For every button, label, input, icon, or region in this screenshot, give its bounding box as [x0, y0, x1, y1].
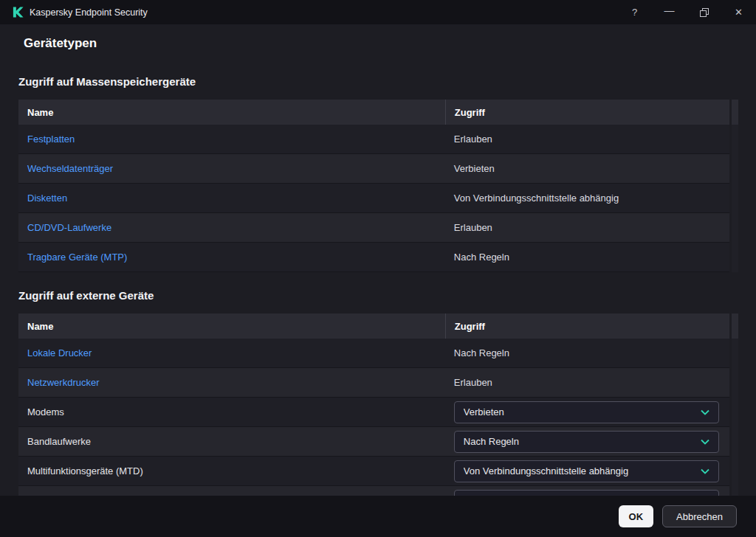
footer-bar: OK Abbrechen	[0, 496, 756, 537]
chevron-down-icon	[701, 409, 709, 415]
table-row: Lokale Drucker Nach Regeln	[18, 339, 729, 368]
access-value: Erlauben	[445, 377, 729, 388]
cancel-button[interactable]: Abbrechen	[662, 505, 737, 527]
section-heading-mass-storage: Zugriff auf Massenspeichergeräte	[18, 75, 738, 89]
column-header-access: Zugriff	[445, 100, 729, 125]
device-type-link[interactable]: Tragbare Geräte (MTP)	[27, 252, 127, 263]
chevron-down-icon	[701, 439, 709, 445]
chevron-down-icon	[701, 468, 709, 474]
device-type-link[interactable]: Disketten	[27, 193, 67, 204]
device-type-label: Bandlaufwerke	[27, 436, 91, 447]
section-heading-external-devices: Zugriff auf externe Geräte	[18, 289, 738, 302]
minimize-icon[interactable]: —	[652, 0, 687, 24]
access-dropdown[interactable]: Verbieten	[454, 401, 719, 423]
table-row: Tragbare Geräte (MTP) Nach Regeln	[18, 243, 729, 272]
scrollbar-track[interactable]	[732, 100, 738, 272]
device-type-link[interactable]: Lokale Drucker	[27, 347, 92, 358]
table-row: Multifunktionsgeräte (MTD) Von Verbindun…	[18, 457, 729, 486]
column-header-name: Name	[18, 100, 445, 125]
scrollbar-track[interactable]	[732, 313, 738, 516]
table-row: Modems Verbieten	[18, 398, 729, 427]
ok-button[interactable]: OK	[619, 505, 654, 527]
table-row: Disketten Von Verbindungsschnittstelle a…	[18, 184, 729, 213]
page-title: Gerätetypen	[24, 35, 738, 52]
external-devices-table: Name Zugriff Lokale Drucker Nach Regeln …	[18, 313, 738, 516]
device-type-link[interactable]: Wechseldatenträger	[27, 163, 113, 174]
column-header-access: Zugriff	[445, 313, 729, 339]
access-dropdown[interactable]: Von Verbindungsschnittstelle abhängig	[454, 460, 719, 482]
device-type-link[interactable]: Festplatten	[27, 134, 75, 145]
table-header: Name Zugriff	[18, 313, 729, 339]
table-row: CD/DVD-Laufwerke Erlauben	[18, 213, 729, 243]
column-header-name: Name	[18, 313, 445, 339]
mass-storage-table: Name Zugriff Festplatten Erlauben Wechse…	[18, 100, 738, 272]
table-row: Netzwerkdrucker Erlauben	[18, 368, 729, 398]
window-title: Kaspersky Endpoint Security	[30, 7, 148, 18]
access-value: Von Verbindungsschnittstelle abhängig	[445, 193, 729, 204]
kaspersky-logo-icon	[12, 6, 24, 18]
device-type-link[interactable]: CD/DVD-Laufwerke	[27, 222, 111, 233]
access-value: Verbieten	[445, 163, 729, 174]
table-row: Festplatten Erlauben	[18, 125, 729, 154]
access-value: Nach Regeln	[445, 252, 729, 263]
close-icon[interactable]: ✕	[721, 0, 756, 24]
device-type-label: Modems	[27, 406, 64, 418]
table-row: Bandlaufwerke Nach Regeln	[18, 427, 729, 457]
access-value: Erlauben	[445, 134, 729, 145]
access-value: Nach Regeln	[445, 347, 729, 358]
titlebar: Kaspersky Endpoint Security ? — ✕	[0, 0, 756, 24]
access-value: Erlauben	[445, 222, 729, 233]
main-content: Gerätetypen Zugriff auf Massenspeicherge…	[0, 24, 756, 537]
help-icon[interactable]: ?	[617, 0, 652, 24]
table-header: Name Zugriff	[18, 100, 729, 125]
device-type-label: Multifunktionsgeräte (MTD)	[27, 465, 143, 477]
restore-icon[interactable]	[687, 0, 721, 24]
device-type-link[interactable]: Netzwerkdrucker	[27, 377, 100, 388]
table-row: Wechseldatenträger Verbieten	[18, 154, 729, 184]
access-dropdown[interactable]: Nach Regeln	[454, 431, 719, 453]
